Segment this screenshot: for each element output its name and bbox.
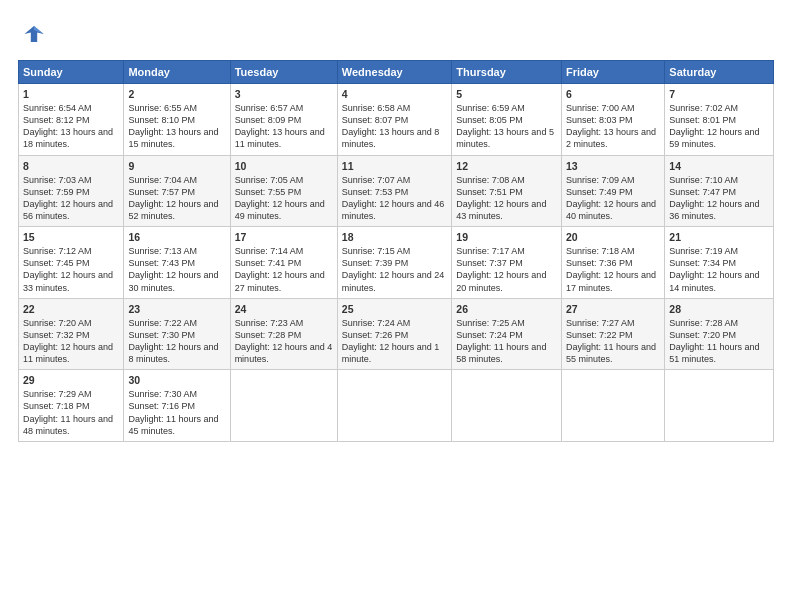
day-number: 21 [669,231,769,243]
header-row: SundayMondayTuesdayWednesdayThursdayFrid… [19,61,774,84]
day-number: 15 [23,231,119,243]
cell-content: Sunrise: 7:13 AM Sunset: 7:43 PM Dayligh… [128,245,225,294]
calendar-table: SundayMondayTuesdayWednesdayThursdayFrid… [18,60,774,442]
cell-content: Sunrise: 7:03 AM Sunset: 7:59 PM Dayligh… [23,174,119,223]
cell-content: Sunrise: 6:58 AM Sunset: 8:07 PM Dayligh… [342,102,448,151]
cell-content: Sunrise: 7:15 AM Sunset: 7:39 PM Dayligh… [342,245,448,294]
calendar-cell: 7Sunrise: 7:02 AM Sunset: 8:01 PM Daylig… [665,84,774,156]
calendar-cell: 24Sunrise: 7:23 AM Sunset: 7:28 PM Dayli… [230,298,337,370]
col-header-sunday: Sunday [19,61,124,84]
col-header-tuesday: Tuesday [230,61,337,84]
calendar-cell [337,370,452,442]
calendar-cell: 17Sunrise: 7:14 AM Sunset: 7:41 PM Dayli… [230,227,337,299]
logo [18,18,54,50]
calendar-cell: 14Sunrise: 7:10 AM Sunset: 7:47 PM Dayli… [665,155,774,227]
day-number: 18 [342,231,448,243]
calendar-cell: 21Sunrise: 7:19 AM Sunset: 7:34 PM Dayli… [665,227,774,299]
calendar-row: 8Sunrise: 7:03 AM Sunset: 7:59 PM Daylig… [19,155,774,227]
cell-content: Sunrise: 7:29 AM Sunset: 7:18 PM Dayligh… [23,388,119,437]
day-number: 28 [669,303,769,315]
cell-content: Sunrise: 7:05 AM Sunset: 7:55 PM Dayligh… [235,174,333,223]
calendar-cell: 8Sunrise: 7:03 AM Sunset: 7:59 PM Daylig… [19,155,124,227]
day-number: 26 [456,303,557,315]
day-number: 8 [23,160,119,172]
cell-content: Sunrise: 7:14 AM Sunset: 7:41 PM Dayligh… [235,245,333,294]
day-number: 6 [566,88,660,100]
calendar-cell: 15Sunrise: 7:12 AM Sunset: 7:45 PM Dayli… [19,227,124,299]
day-number: 12 [456,160,557,172]
calendar-cell [665,370,774,442]
calendar-cell: 9Sunrise: 7:04 AM Sunset: 7:57 PM Daylig… [124,155,230,227]
day-number: 13 [566,160,660,172]
cell-content: Sunrise: 6:55 AM Sunset: 8:10 PM Dayligh… [128,102,225,151]
calendar-cell: 16Sunrise: 7:13 AM Sunset: 7:43 PM Dayli… [124,227,230,299]
day-number: 1 [23,88,119,100]
calendar-cell: 11Sunrise: 7:07 AM Sunset: 7:53 PM Dayli… [337,155,452,227]
day-number: 4 [342,88,448,100]
cell-content: Sunrise: 7:24 AM Sunset: 7:26 PM Dayligh… [342,317,448,366]
page: SundayMondayTuesdayWednesdayThursdayFrid… [0,0,792,612]
calendar-cell: 25Sunrise: 7:24 AM Sunset: 7:26 PM Dayli… [337,298,452,370]
calendar-cell: 28Sunrise: 7:28 AM Sunset: 7:20 PM Dayli… [665,298,774,370]
calendar-row: 22Sunrise: 7:20 AM Sunset: 7:32 PM Dayli… [19,298,774,370]
calendar-cell: 1Sunrise: 6:54 AM Sunset: 8:12 PM Daylig… [19,84,124,156]
day-number: 7 [669,88,769,100]
cell-content: Sunrise: 7:08 AM Sunset: 7:51 PM Dayligh… [456,174,557,223]
calendar-cell: 10Sunrise: 7:05 AM Sunset: 7:55 PM Dayli… [230,155,337,227]
day-number: 14 [669,160,769,172]
calendar-row: 15Sunrise: 7:12 AM Sunset: 7:45 PM Dayli… [19,227,774,299]
day-number: 9 [128,160,225,172]
calendar-cell: 12Sunrise: 7:08 AM Sunset: 7:51 PM Dayli… [452,155,562,227]
day-number: 30 [128,374,225,386]
day-number: 17 [235,231,333,243]
calendar-cell: 20Sunrise: 7:18 AM Sunset: 7:36 PM Dayli… [561,227,664,299]
calendar-cell: 6Sunrise: 7:00 AM Sunset: 8:03 PM Daylig… [561,84,664,156]
cell-content: Sunrise: 7:30 AM Sunset: 7:16 PM Dayligh… [128,388,225,437]
calendar-cell: 19Sunrise: 7:17 AM Sunset: 7:37 PM Dayli… [452,227,562,299]
day-number: 3 [235,88,333,100]
day-number: 19 [456,231,557,243]
calendar-cell: 13Sunrise: 7:09 AM Sunset: 7:49 PM Dayli… [561,155,664,227]
calendar-cell: 27Sunrise: 7:27 AM Sunset: 7:22 PM Dayli… [561,298,664,370]
day-number: 10 [235,160,333,172]
calendar-cell [230,370,337,442]
col-header-saturday: Saturday [665,61,774,84]
cell-content: Sunrise: 7:28 AM Sunset: 7:20 PM Dayligh… [669,317,769,366]
col-header-monday: Monday [124,61,230,84]
calendar-cell: 18Sunrise: 7:15 AM Sunset: 7:39 PM Dayli… [337,227,452,299]
col-header-wednesday: Wednesday [337,61,452,84]
calendar-cell: 29Sunrise: 7:29 AM Sunset: 7:18 PM Dayli… [19,370,124,442]
day-number: 29 [23,374,119,386]
cell-content: Sunrise: 7:07 AM Sunset: 7:53 PM Dayligh… [342,174,448,223]
col-header-thursday: Thursday [452,61,562,84]
cell-content: Sunrise: 7:23 AM Sunset: 7:28 PM Dayligh… [235,317,333,366]
cell-content: Sunrise: 7:20 AM Sunset: 7:32 PM Dayligh… [23,317,119,366]
logo-icon [18,18,50,50]
cell-content: Sunrise: 7:27 AM Sunset: 7:22 PM Dayligh… [566,317,660,366]
cell-content: Sunrise: 7:18 AM Sunset: 7:36 PM Dayligh… [566,245,660,294]
header [18,18,774,50]
day-number: 25 [342,303,448,315]
calendar-cell: 2Sunrise: 6:55 AM Sunset: 8:10 PM Daylig… [124,84,230,156]
cell-content: Sunrise: 7:02 AM Sunset: 8:01 PM Dayligh… [669,102,769,151]
cell-content: Sunrise: 7:25 AM Sunset: 7:24 PM Dayligh… [456,317,557,366]
cell-content: Sunrise: 7:22 AM Sunset: 7:30 PM Dayligh… [128,317,225,366]
calendar-cell [561,370,664,442]
calendar-cell: 30Sunrise: 7:30 AM Sunset: 7:16 PM Dayli… [124,370,230,442]
cell-content: Sunrise: 6:59 AM Sunset: 8:05 PM Dayligh… [456,102,557,151]
calendar-row: 29Sunrise: 7:29 AM Sunset: 7:18 PM Dayli… [19,370,774,442]
cell-content: Sunrise: 7:10 AM Sunset: 7:47 PM Dayligh… [669,174,769,223]
day-number: 20 [566,231,660,243]
day-number: 16 [128,231,225,243]
calendar-cell: 22Sunrise: 7:20 AM Sunset: 7:32 PM Dayli… [19,298,124,370]
day-number: 27 [566,303,660,315]
day-number: 5 [456,88,557,100]
calendar-cell: 3Sunrise: 6:57 AM Sunset: 8:09 PM Daylig… [230,84,337,156]
col-header-friday: Friday [561,61,664,84]
cell-content: Sunrise: 7:00 AM Sunset: 8:03 PM Dayligh… [566,102,660,151]
calendar-cell: 23Sunrise: 7:22 AM Sunset: 7:30 PM Dayli… [124,298,230,370]
calendar-cell: 5Sunrise: 6:59 AM Sunset: 8:05 PM Daylig… [452,84,562,156]
day-number: 23 [128,303,225,315]
day-number: 11 [342,160,448,172]
day-number: 2 [128,88,225,100]
